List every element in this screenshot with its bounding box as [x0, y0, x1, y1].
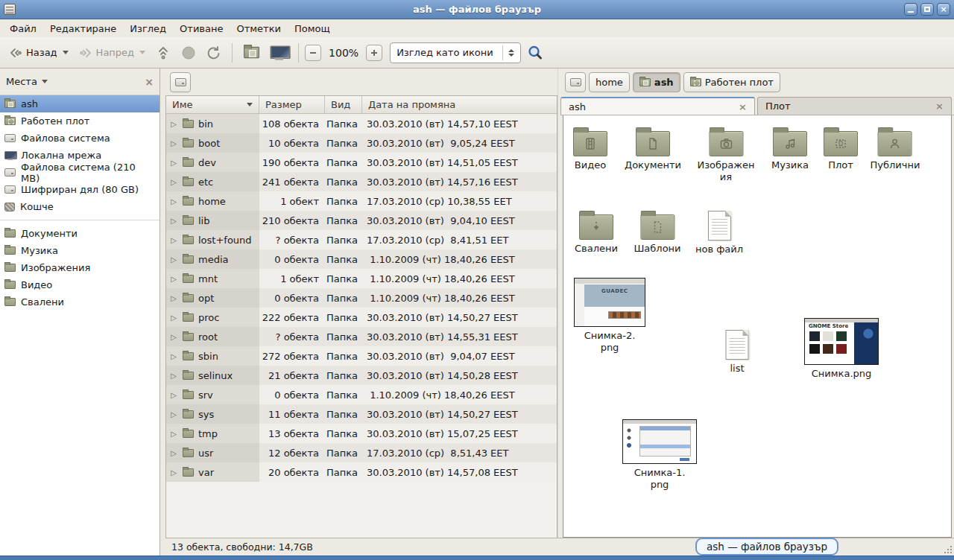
icon-view-item-templates[interactable]: Шаблони: [634, 209, 680, 255]
expander-icon[interactable]: ▷: [169, 255, 178, 264]
sidebar-splitter[interactable]: [160, 69, 165, 556]
column-header-name[interactable]: Име: [166, 96, 259, 113]
tab-plot[interactable]: Плот ×: [757, 97, 952, 115]
tree-row-etc[interactable]: ▷ etc 241 обекта Папка 30.03.2010 (вт) 1…: [166, 172, 557, 191]
breadcrumb-root-button[interactable]: [170, 72, 191, 92]
icon-view-item-downloads[interactable]: Свалени: [575, 209, 618, 255]
breadcrumb-desktop[interactable]: Работен плот: [683, 72, 780, 92]
icon-view-item-music[interactable]: Музика: [771, 126, 809, 171]
expander-icon[interactable]: ▷: [169, 468, 178, 477]
tree-row-proc[interactable]: ▷ proc 222 обекта Папка 30.03.2010 (вт) …: [166, 308, 557, 327]
icon-view-item-list[interactable]: list: [726, 330, 749, 375]
icon-view-item-snimka[interactable]: Снимка.png: [804, 318, 879, 380]
tab-ash[interactable]: ash ×: [560, 97, 755, 115]
menu-file[interactable]: Файл: [3, 22, 43, 36]
expander-icon[interactable]: ▷: [169, 217, 178, 225]
tree-row-selinux[interactable]: ▷ selinux 21 обекта Папка 30.03.2010 (вт…: [166, 366, 557, 385]
icon-view-item-snimka2[interactable]: Снимка-2. png: [574, 278, 645, 353]
expander-icon[interactable]: ▷: [169, 120, 178, 128]
sidebar-item-ash[interactable]: ash: [0, 95, 159, 112]
menu-edit[interactable]: Редактиране: [43, 22, 123, 36]
back-button[interactable]: Назад: [4, 42, 73, 63]
menu-view[interactable]: Изглед: [123, 22, 173, 36]
expander-icon[interactable]: ▷: [169, 410, 178, 419]
title-bar[interactable]: ash — файлов браузър ×: [0, 0, 954, 19]
tree-row-media[interactable]: ▷ media 0 обекта Папка 1.10.2009 (чт) 18…: [166, 249, 557, 269]
icon-view-item-documents[interactable]: Документи: [625, 126, 681, 171]
computer-button[interactable]: [266, 45, 292, 61]
close-button[interactable]: ×: [937, 3, 950, 16]
zoom-out-button[interactable]: [305, 45, 321, 61]
sidebar-item-video[interactable]: Видео: [0, 276, 159, 293]
expander-icon[interactable]: ▷: [169, 449, 178, 457]
menu-bookmarks[interactable]: Отметки: [230, 22, 287, 36]
tree-row-home[interactable]: ▷ home 1 обект Папка 17.03.2010 (ср) 10,…: [166, 191, 557, 211]
icon-view-item-snimka1[interactable]: Снимка-1. png: [622, 419, 697, 490]
taskbar-window-bubble[interactable]: ash — файлов браузър: [695, 538, 838, 556]
sidebar-item-filesystem-210mb[interactable]: Файлова система (210 MB): [0, 164, 159, 181]
search-button[interactable]: [522, 41, 548, 65]
forward-button[interactable]: Напред: [75, 42, 150, 63]
zoom-in-button[interactable]: [366, 45, 382, 61]
sidebar-item-downloads[interactable]: Свалени: [0, 293, 159, 311]
expander-icon[interactable]: ▷: [169, 391, 178, 399]
home-button[interactable]: [238, 45, 265, 60]
sidebar-item-encrypted-80gb[interactable]: Шифриран дял (80 GB): [0, 181, 159, 198]
tree-row-sbin[interactable]: ▷ sbin 272 обекта Папка 30.03.2010 (вт) …: [166, 346, 557, 366]
expander-icon[interactable]: ▷: [169, 159, 178, 167]
tree-row-root[interactable]: ▷ root ? обекта Папка 30.03.2010 (вт) 14…: [166, 327, 557, 346]
icon-view-item-video[interactable]: Видео: [573, 126, 607, 171]
tab-close-icon[interactable]: ×: [739, 101, 747, 112]
sidebar-item-trash[interactable]: Кошче: [0, 198, 159, 215]
sidebar-item-desktop[interactable]: Работен плот: [0, 112, 159, 130]
expander-icon[interactable]: ▷: [169, 236, 178, 244]
forward-history-chevron-icon[interactable]: [139, 51, 145, 54]
tree-row-bin[interactable]: ▷ bin 108 обекта Папка 30.03.2010 (вт) 1…: [166, 114, 557, 133]
expander-icon[interactable]: ▷: [169, 314, 178, 322]
icon-view-item-images[interactable]: Изображен ия: [697, 126, 754, 182]
icon-view-item-desktop[interactable]: D Плот: [824, 126, 858, 171]
tree-row-tmp[interactable]: ▷ tmp 13 обекта Папка 30.03.2010 (вт) 15…: [166, 424, 557, 443]
expander-icon[interactable]: ▷: [169, 294, 178, 302]
sidebar-item-pictures[interactable]: Изображения: [0, 259, 159, 276]
tree-row-srv[interactable]: ▷ srv 0 обекта Папка 1.10.2009 (чт) 18,4…: [166, 385, 557, 404]
tree-row-mnt[interactable]: ▷ mnt 1 обект Папка 1.10.2009 (чт) 18,40…: [166, 269, 557, 288]
reload-button[interactable]: [202, 42, 226, 64]
maximize-button[interactable]: [920, 3, 934, 16]
expander-icon[interactable]: ▷: [169, 333, 178, 341]
icon-view-item-newfile[interactable]: нов файл: [695, 211, 743, 255]
expander-icon[interactable]: ▷: [169, 139, 178, 147]
tree-row-usr[interactable]: ▷ usr 12 обекта Папка 17.03.2010 (ср) 8,…: [166, 443, 557, 462]
expander-icon[interactable]: ▷: [169, 430, 178, 438]
sidebar-item-filesystem[interactable]: Файлова система: [0, 130, 159, 147]
expander-icon[interactable]: ▷: [169, 275, 178, 283]
menu-go[interactable]: Отиване: [173, 22, 230, 36]
sidebar-close-icon[interactable]: ×: [145, 76, 154, 88]
view-mode-select[interactable]: Изглед като икони: [390, 42, 521, 63]
column-header-size[interactable]: Размер: [259, 96, 325, 113]
tree-row-boot[interactable]: ▷ boot 10 обекта Папка 30.03.2010 (вт) 9…: [166, 133, 557, 153]
minimize-button[interactable]: [904, 3, 917, 16]
expander-icon[interactable]: ▷: [169, 178, 178, 186]
expander-icon[interactable]: ▷: [169, 372, 178, 380]
menu-help[interactable]: Помощ: [288, 22, 337, 36]
breadcrumb-home[interactable]: home: [589, 72, 630, 92]
expander-icon[interactable]: ▷: [169, 352, 178, 360]
sidebar-item-music[interactable]: Музика: [0, 242, 159, 259]
back-history-chevron-icon[interactable]: [63, 51, 69, 54]
tree-row-var[interactable]: ▷ var 20 обекта Папка 30.03.2010 (вт) 14…: [166, 462, 557, 482]
expander-icon[interactable]: ▷: [169, 197, 178, 206]
stop-button[interactable]: [177, 42, 200, 64]
breadcrumb-root[interactable]: [565, 72, 586, 92]
sidebar-item-documents[interactable]: Документи: [0, 225, 159, 242]
tree-row-dev[interactable]: ▷ dev 190 обекта Папка 30.03.2010 (вт) 1…: [166, 153, 557, 172]
icon-view-item-public[interactable]: Публични: [871, 126, 920, 171]
sidebar-header[interactable]: Места: [6, 76, 37, 87]
tree-row-opt[interactable]: ▷ opt 0 обекта Папка 1.10.2009 (чт) 18,4…: [166, 288, 557, 308]
column-header-date[interactable]: Дата на промяна: [362, 96, 557, 113]
sidebar-header-chevron-icon[interactable]: [42, 80, 48, 83]
tree-row-lost+found[interactable]: ▷ lost+found ? обекта Папка 17.03.2010 (…: [166, 230, 557, 249]
tab-close-icon[interactable]: ×: [935, 101, 944, 112]
tree-row-lib[interactable]: ▷ lib 210 обекта Папка 30.03.2010 (вт) 9…: [166, 211, 557, 230]
breadcrumb-ash[interactable]: ash: [633, 72, 680, 92]
